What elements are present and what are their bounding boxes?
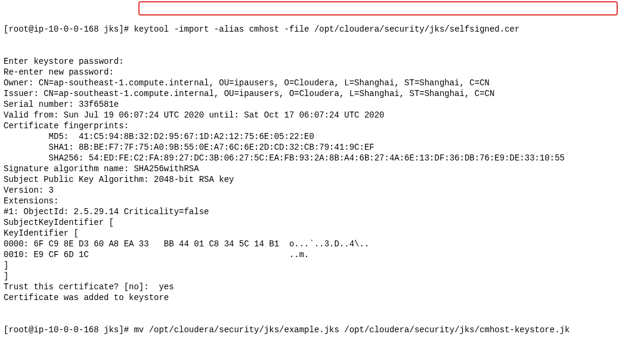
output-line: SubjectKeyIdentifier [ bbox=[4, 217, 640, 228]
output-line: Issuer: CN=ap-southeast-1.compute.intern… bbox=[4, 88, 640, 99]
output-line: Trust this certificate? [no]: yes bbox=[4, 282, 640, 292]
output-line: Subject Public Key Algorithm: 2048-bit R… bbox=[4, 174, 640, 185]
output-line: KeyIdentifier [ bbox=[4, 228, 640, 239]
terminal-output[interactable]: [root@ip-10-0-0-168 jks]# keytool -impor… bbox=[0, 0, 644, 340]
output-line: Re-enter new password: bbox=[4, 67, 640, 78]
shell-prompt: [root@ip-10-0-0-168 jks]# bbox=[4, 24, 134, 34]
keytool-command: keytool -import -alias cmhost -file /opt… bbox=[134, 24, 519, 34]
output-line: SHA1: 8B:BE:F7:7F:75:A0:9B:55:0E:A7:6C:6… bbox=[4, 142, 640, 153]
prompt-line-2: [root@ip-10-0-0-168 jks]# mv /opt/cloude… bbox=[4, 324, 640, 335]
output-line: Owner: CN=ap-southeast-1.compute.interna… bbox=[4, 78, 640, 88]
output-line: SHA256: 54:ED:FE:C2:FA:89:27:DC:3B:06:27… bbox=[4, 153, 640, 163]
prompt-line-1: [root@ip-10-0-0-168 jks]# keytool -impor… bbox=[4, 24, 640, 35]
output-line: Extensions: bbox=[4, 196, 640, 206]
output-line: Valid from: Sun Jul 19 06:07:24 UTC 2020… bbox=[4, 110, 640, 120]
output-line: Serial number: 33f6581e bbox=[4, 99, 640, 110]
output-line: ] bbox=[4, 260, 640, 271]
output-line: MD5: 41:C5:94:8B:32:D2:95:67:1D:A2:12:75… bbox=[4, 131, 640, 142]
output-line: Certificate was added to keystore bbox=[4, 292, 640, 303]
output-line: Certificate fingerprints: bbox=[4, 120, 640, 131]
output-line: Version: 3 bbox=[4, 185, 640, 196]
mv-command: mv /opt/cloudera/security/jks/example.jk… bbox=[134, 325, 569, 335]
shell-prompt: [root@ip-10-0-0-168 jks]# bbox=[4, 325, 134, 335]
output-line: #1: ObjectId: 2.5.29.14 Criticality=fals… bbox=[4, 206, 640, 217]
output-line: 0010: E9 CF 6D 1C ..m. bbox=[4, 249, 640, 260]
output-line: ] bbox=[4, 271, 640, 282]
output-line: 0000: 6F C9 8E D3 60 A8 EA 33 BB 44 01 C… bbox=[4, 239, 640, 249]
output-line: Enter keystore password: bbox=[4, 56, 640, 67]
command-highlight-box bbox=[138, 1, 618, 16]
output-line: Signature algorithm name: SHA256withRSA bbox=[4, 163, 640, 174]
